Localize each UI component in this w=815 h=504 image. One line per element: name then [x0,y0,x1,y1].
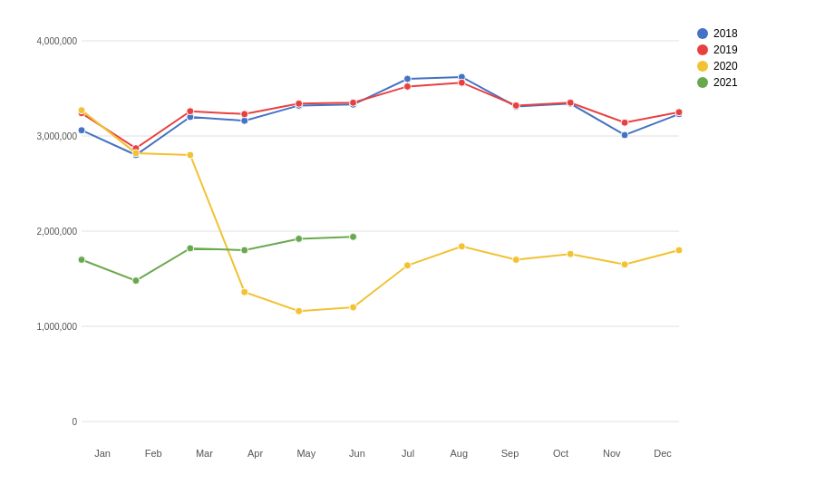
x-tick-Nov: Nov [587,444,637,459]
legend-label-2020: 2020 [713,60,738,73]
svg-point-27 [350,99,357,106]
legend-dot-2021 [697,77,708,88]
svg-text:1,000,000: 1,000,000 [37,322,78,332]
x-tick-Aug: Aug [433,444,484,459]
svg-point-32 [621,119,628,126]
svg-point-42 [512,257,519,264]
legend-item-2021: 2021 [697,76,806,89]
legend-dot-2020 [697,61,708,72]
svg-point-13 [241,117,248,124]
legend-label-2018: 2018 [713,27,738,40]
svg-point-51 [350,233,357,240]
legend-dot-2019 [697,44,708,55]
svg-point-49 [241,247,248,254]
y-axis-label [9,27,27,459]
svg-text:4,000,000: 4,000,000 [37,36,78,46]
svg-point-41 [458,243,465,250]
svg-point-37 [241,288,248,296]
svg-text:2,000,000: 2,000,000 [37,227,78,237]
svg-point-10 [78,127,85,134]
plot-area: 01,000,0002,000,0003,000,0004,000,000 20… [32,27,806,444]
svg-point-24 [187,108,194,115]
svg-point-25 [241,111,248,118]
svg-text:0: 0 [72,417,77,427]
svg-point-48 [187,245,194,252]
svg-point-36 [187,151,194,159]
legend-item-2018: 2018 [697,27,806,40]
svg-point-26 [296,100,303,107]
legend-item-2019: 2019 [697,44,806,56]
x-tick-Apr: Apr [230,444,281,459]
svg-point-44 [621,261,628,268]
chart-inner: 01,000,0002,000,0003,000,0004,000,000 20… [32,27,806,459]
svg-point-38 [296,307,303,315]
svg-point-43 [567,250,574,257]
legend-dot-2018 [697,28,708,39]
svg-point-47 [132,277,140,285]
svg-point-29 [458,79,465,86]
svg-point-20 [621,131,628,139]
svg-point-34 [78,107,85,114]
main-chart: 01,000,0002,000,0003,000,0004,000,000 [32,27,688,444]
svg-point-39 [350,304,357,311]
svg-point-16 [403,75,411,82]
svg-point-31 [567,99,574,106]
legend: 2018 2019 2020 2021 [697,27,806,89]
x-tick-May: May [281,444,332,459]
svg-point-46 [78,257,85,264]
svg-point-33 [675,109,683,116]
legend-label-2019: 2019 [713,44,738,56]
svg-point-40 [403,262,411,269]
svg-point-45 [675,247,683,254]
x-tick-Jan: Jan [77,444,128,459]
x-tick-Feb: Feb [128,444,179,459]
svg-point-30 [512,102,519,109]
chart-container: 01,000,0002,000,0003,000,0004,000,000 20… [0,0,815,504]
x-tick-Dec: Dec [637,444,688,459]
svg-point-28 [403,82,411,90]
legend-label-2021: 2021 [713,76,738,89]
x-tick-Jun: Jun [332,444,383,459]
legend-item-2020: 2020 [697,60,806,73]
svg-point-35 [132,150,140,157]
svg-text:3,000,000: 3,000,000 [37,131,78,141]
x-tick-Oct: Oct [536,444,587,459]
svg-point-50 [296,235,303,242]
x-tick-Mar: Mar [179,444,229,459]
x-tick-Jul: Jul [383,444,433,459]
x-axis: JanFebMarAprMayJunJulAugSepOctNovDec [77,444,806,459]
x-tick-Sep: Sep [484,444,535,459]
